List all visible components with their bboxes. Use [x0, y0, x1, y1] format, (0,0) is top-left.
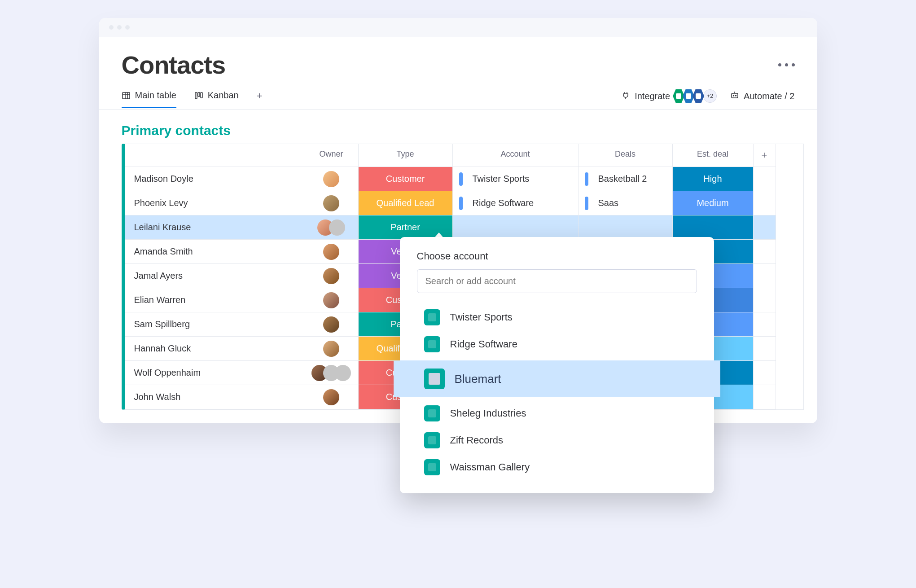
column-header-est-deal[interactable]: Est. deal	[673, 144, 754, 167]
type-cell[interactable]: Qualified Lead	[359, 191, 453, 215]
view-tab-label: Main table	[135, 90, 176, 101]
avatar	[323, 341, 339, 357]
owner-cell[interactable]	[305, 337, 359, 361]
integrate-button[interactable]: Integrate +2	[621, 89, 717, 103]
option-swatch-icon	[424, 432, 440, 448]
avatar	[323, 244, 339, 260]
avatar	[323, 389, 339, 405]
account-option-label: Bluemart	[455, 372, 501, 386]
account-option[interactable]: Bluemart	[394, 360, 720, 397]
link-pill-icon	[585, 172, 588, 186]
add-view-button[interactable]: +	[257, 90, 263, 108]
svg-rect-5	[198, 92, 200, 97]
column-header-type[interactable]: Type	[359, 144, 453, 167]
owner-cell[interactable]	[305, 215, 359, 240]
contact-name-cell[interactable]: Sam Spillberg	[125, 312, 305, 337]
option-swatch-icon	[424, 459, 440, 475]
est-deal-cell[interactable]	[673, 215, 754, 240]
avatar	[329, 219, 345, 236]
view-tab-main-table[interactable]: Main table	[122, 90, 176, 108]
automate-button[interactable]: Automate / 2	[730, 91, 794, 102]
owner-cell[interactable]	[305, 191, 359, 215]
owner-cell[interactable]	[305, 385, 359, 409]
contact-name-cell[interactable]: Wolf Oppenhaim	[125, 361, 305, 385]
link-pill-icon	[459, 197, 463, 210]
deals-cell[interactable]: Saas	[579, 191, 673, 215]
link-pill-icon	[459, 172, 463, 186]
automate-label: Automate / 2	[744, 91, 794, 101]
avatar	[323, 292, 339, 308]
account-option-label: Waissman Gallery	[450, 461, 530, 473]
account-option[interactable]: Ridge Software	[417, 331, 697, 358]
contact-name-cell[interactable]: Leilani Krause	[125, 215, 305, 240]
window-controls	[109, 25, 130, 30]
owner-cell[interactable]	[305, 240, 359, 264]
svg-rect-0	[123, 92, 130, 99]
account-option[interactable]: Sheleg Industries	[417, 400, 697, 427]
account-option-label: Ridge Software	[450, 338, 517, 350]
contact-name-cell[interactable]: Madison Doyle	[125, 167, 305, 191]
integration-more-badge: +2	[703, 89, 717, 103]
view-tab-kanban[interactable]: Kanban	[194, 90, 239, 108]
avatar	[323, 268, 339, 284]
account-cell[interactable]	[453, 215, 579, 240]
kanban-icon	[194, 91, 203, 100]
contact-name-cell[interactable]: Hannah Gluck	[125, 337, 305, 361]
account-options-list: Twister SportsRidge SoftwareBluemartShel…	[417, 304, 697, 481]
contact-name-cell[interactable]: Elian Warren	[125, 288, 305, 312]
account-option-label: Zift Records	[450, 434, 504, 446]
account-search-input[interactable]	[417, 269, 697, 293]
popover-title: Choose account	[417, 250, 697, 262]
owner-cell[interactable]	[305, 167, 359, 191]
owner-cell[interactable]	[305, 361, 359, 385]
option-swatch-icon	[424, 309, 440, 325]
avatar	[335, 365, 351, 381]
row-end-spacer	[754, 240, 776, 264]
est-deal-cell[interactable]: Medium	[673, 191, 754, 215]
option-swatch-icon	[424, 336, 440, 352]
option-swatch-icon	[424, 369, 445, 389]
row-end-spacer	[754, 337, 776, 361]
owner-cell[interactable]	[305, 264, 359, 288]
integration-badges: +2	[675, 89, 717, 103]
traffic-light-dot	[125, 25, 130, 30]
contact-name-cell[interactable]: Amanda Smith	[125, 240, 305, 264]
row-end-spacer	[754, 361, 776, 385]
column-header-account[interactable]: Account	[453, 144, 579, 167]
option-swatch-icon	[424, 405, 440, 421]
type-cell[interactable]: Customer	[359, 167, 453, 191]
svg-rect-4	[195, 92, 197, 99]
row-end-spacer	[754, 215, 776, 240]
avatar	[323, 171, 339, 187]
column-header-name	[125, 144, 305, 167]
svg-rect-6	[201, 92, 202, 98]
account-cell[interactable]: Ridge Software	[453, 191, 579, 215]
account-option-label: Twister Sports	[450, 312, 513, 323]
window-titlebar	[99, 18, 817, 37]
account-option[interactable]: Twister Sports	[417, 304, 697, 331]
account-option[interactable]: Zift Records	[417, 427, 697, 454]
account-cell[interactable]: Twister Sports	[453, 167, 579, 191]
row-end-spacer	[754, 167, 776, 191]
owner-cell[interactable]	[305, 312, 359, 337]
deals-cell[interactable]: Basketball 2	[579, 167, 673, 191]
type-cell[interactable]: Partner	[359, 215, 453, 240]
account-option[interactable]: Waissman Gallery	[417, 454, 697, 481]
contact-name-cell[interactable]: Jamal Ayers	[125, 264, 305, 288]
add-column-button[interactable]: +	[754, 144, 776, 167]
row-end-spacer	[754, 385, 776, 409]
board-more-button[interactable]	[778, 63, 795, 66]
group-title[interactable]: Primary contacts	[99, 110, 817, 144]
contact-name-cell[interactable]: Phoenix Levy	[125, 191, 305, 215]
integrate-label: Integrate	[635, 91, 670, 101]
contact-name-cell[interactable]: John Walsh	[125, 385, 305, 409]
deals-cell[interactable]	[579, 215, 673, 240]
est-deal-cell[interactable]: High	[673, 167, 754, 191]
column-header-deals[interactable]: Deals	[579, 144, 673, 167]
robot-icon	[730, 91, 739, 102]
app-window: Contacts Main table Kanban +	[99, 18, 817, 423]
svg-point-9	[736, 95, 736, 96]
owner-cell[interactable]	[305, 288, 359, 312]
traffic-light-dot	[117, 25, 122, 30]
column-header-owner[interactable]: Owner	[305, 144, 359, 167]
